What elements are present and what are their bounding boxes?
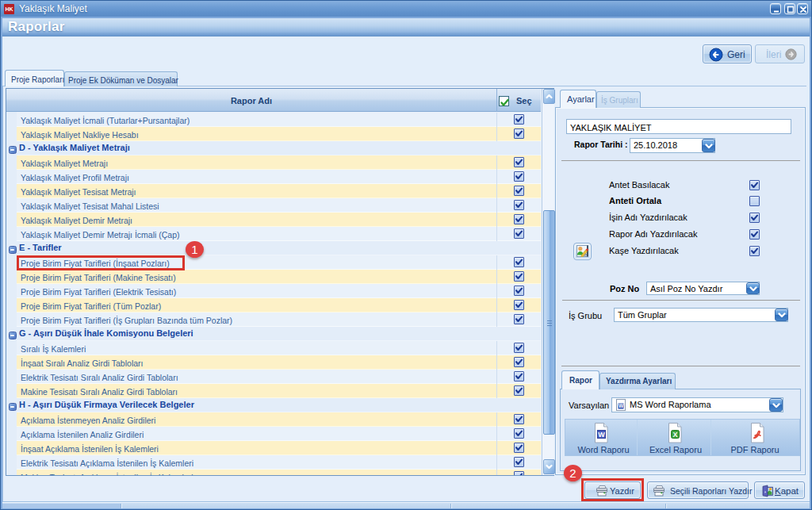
svg-text:W: W (619, 403, 624, 408)
svg-text:X: X (672, 431, 677, 439)
svg-text:W: W (598, 431, 605, 439)
